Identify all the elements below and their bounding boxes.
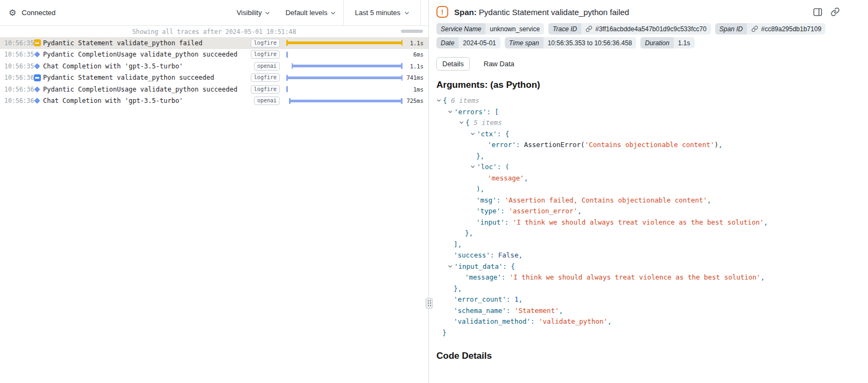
span-duration-bar <box>289 100 403 102</box>
trace-row-time: 10:56:36 <box>0 86 31 93</box>
meta-pill: Service Name unknown_service <box>436 23 544 34</box>
meta-pill-value-text: unknown_service <box>490 25 540 33</box>
showing-traces-status: Showing all traces after 2024-05-01 10:5… <box>132 28 297 36</box>
code-line: 'message', <box>436 173 855 184</box>
panel-layout-icon <box>813 7 823 17</box>
arguments-code-block: { 6 items'errors': [{ 5 items'ctx': {'er… <box>436 95 855 338</box>
trace-row-scope-badge: logfire <box>251 39 280 47</box>
visibility-label: Visibility <box>237 9 262 17</box>
meta-pill-label: Time span <box>505 37 544 48</box>
trace-row-time: 10:56:35 <box>0 39 31 47</box>
connection-status: ⚙ Connected <box>0 0 64 25</box>
code-line: 'ctx': { <box>436 129 855 140</box>
trace-row-bar-track <box>286 37 403 49</box>
code-line: 'input': 'I think we should always treat… <box>436 217 855 228</box>
trace-row-icon-slot[interactable] <box>31 52 43 57</box>
meta-pill-value-text: #3ff16acbdde4a547b01d9c9c533fcc70 <box>595 25 707 33</box>
span-duration-bar <box>292 65 403 67</box>
span-diamond-icon <box>34 52 40 58</box>
span-diamond-icon <box>34 86 40 92</box>
left-toolbar: ⚙ Connected Visibility Default levels La… <box>0 0 428 26</box>
trace-row[interactable]: 10:56:36 Pydantic Statement validate_pyt… <box>0 72 428 84</box>
span-title: Span: Pydantic Statement validate_python… <box>454 8 629 17</box>
trace-row-scope-badge: openai <box>254 62 280 71</box>
detail-content: Arguments: (as Python) { 6 items'errors'… <box>436 71 868 361</box>
trace-row-icon-slot[interactable] <box>31 99 43 103</box>
meta-pill-value: unknown_service <box>485 23 544 34</box>
trace-row-scope-badge: logfire <box>251 85 280 94</box>
default-levels-dropdown[interactable]: Default levels <box>278 0 343 25</box>
span-diamond-icon <box>34 63 40 69</box>
trace-row[interactable]: 10:56:35 Pydantic CompletionUsage valida… <box>0 49 428 61</box>
chevron-down-icon <box>330 10 336 16</box>
collapse-chevron-icon[interactable] <box>470 162 477 173</box>
trace-row-label: Pydantic CompletionUsage validate_python… <box>43 86 251 93</box>
settings-gear-icon[interactable]: ⚙ <box>9 8 16 18</box>
span-title-prefix: Span: <box>454 8 477 17</box>
tab-raw-data[interactable]: Raw Data <box>478 58 520 70</box>
trace-row-duration: 6ms <box>403 51 428 58</box>
chevron-down-icon <box>404 10 410 16</box>
time-range-label: Last 5 minutes <box>355 9 400 17</box>
trace-row-icon-slot[interactable] <box>31 39 43 46</box>
code-line: { 5 items <box>436 117 855 129</box>
trace-row-scope-badge: logfire <box>251 73 280 82</box>
trace-row-time: 10:56:36 <box>0 97 31 105</box>
code-line: 'schema_name': 'Statement', <box>436 305 855 317</box>
meta-pill-value: #cc89a295db1b7109 <box>747 23 825 34</box>
trace-row[interactable]: 10:56:35 Chat Completion with 'gpt-3.5-t… <box>0 60 428 72</box>
collapse-chevron-icon[interactable] <box>448 261 454 273</box>
meta-pill[interactable]: Trace ID #3ff16acbdde4a547b01d9c9c533fcc… <box>548 23 711 34</box>
meta-pill-value: #3ff16acbdde4a547b01d9c9c533fcc70 <box>581 23 711 34</box>
code-line: 'success': False, <box>436 250 855 261</box>
panel-resize-handle[interactable] <box>426 298 433 309</box>
time-range-dropdown[interactable]: Last 5 minutes <box>343 0 421 25</box>
meta-pill: Time span 10:56:35.353 to 10:56:36.458 <box>505 37 637 48</box>
tab-details[interactable]: Details <box>436 57 470 71</box>
trace-row-icon-slot[interactable] <box>31 87 43 92</box>
trace-row-icon-slot[interactable] <box>31 74 43 81</box>
trace-row-time: 10:56:35 <box>0 62 31 70</box>
trace-row-duration: 1.1s <box>403 63 428 69</box>
trace-row-label: Chat Completion with 'gpt-3.5-turbo' <box>43 62 254 70</box>
span-detail-panel: ! Span: Pydantic Statement validate_pyth… <box>429 0 868 383</box>
default-levels-label: Default levels <box>285 9 327 17</box>
collapse-chevron-icon[interactable] <box>470 129 477 140</box>
chevron-down-icon <box>265 10 270 16</box>
visibility-dropdown[interactable]: Visibility <box>229 0 278 25</box>
meta-pill[interactable]: Span ID #cc89a295db1b7109 <box>715 23 825 34</box>
warning-level-icon <box>34 39 41 46</box>
trace-row[interactable]: 10:56:36 Pydantic CompletionUsage valida… <box>0 83 428 95</box>
meta-pill-value-text: #cc89a295db1b7109 <box>761 25 821 33</box>
copy-link-button[interactable] <box>829 6 841 18</box>
trace-list-panel: ⚙ Connected Visibility Default levels La… <box>0 0 429 383</box>
collapse-chevron-icon[interactable] <box>459 117 465 129</box>
link-icon <box>585 25 592 32</box>
trace-row-icon-slot[interactable] <box>31 64 43 68</box>
trace-row-duration: 741ms <box>403 74 428 81</box>
trace-row-label: Pydantic CompletionUsage validate_python… <box>43 51 251 58</box>
trace-row[interactable]: 10:56:35 Pydantic Statement validate_pyt… <box>0 37 428 49</box>
code-line: 'validation_method': 'validate_python', <box>436 316 855 328</box>
dock-panel-button[interactable] <box>811 6 823 18</box>
warning-icon: ! <box>436 6 448 18</box>
span-duration-bar <box>286 53 288 56</box>
meta-row-1: Service Name unknown_service Trace ID #3… <box>436 23 868 34</box>
meta-pill-label: Span ID <box>715 23 747 34</box>
drag-grip-icon <box>427 300 432 307</box>
trace-row-time: 10:56:36 <box>0 74 31 81</box>
code-line: { 6 items <box>436 95 855 107</box>
span-detail-header: ! Span: Pydantic Statement validate_pyth… <box>436 0 868 22</box>
trace-row[interactable]: 10:56:36 Chat Completion with 'gpt-3.5-t… <box>0 95 428 107</box>
meta-pill-value: 10:56:35.353 to 10:56:36.458 <box>544 37 637 48</box>
detail-tabs: DetailsRaw Data <box>436 57 868 71</box>
collapse-chevron-icon[interactable] <box>436 95 443 107</box>
app-root: ⚙ Connected Visibility Default levels La… <box>0 0 868 383</box>
trace-row-duration: 725ms <box>403 98 428 104</box>
trace-row-bar-track <box>286 83 403 95</box>
collapse-chevron-icon[interactable] <box>448 107 454 118</box>
timeline-scrollbar[interactable] <box>401 30 423 33</box>
trace-row-duration: 1ms <box>403 86 428 93</box>
trace-status-row: Showing all traces after 2024-05-01 10:5… <box>0 26 428 37</box>
trace-row-bar-track <box>286 49 403 61</box>
